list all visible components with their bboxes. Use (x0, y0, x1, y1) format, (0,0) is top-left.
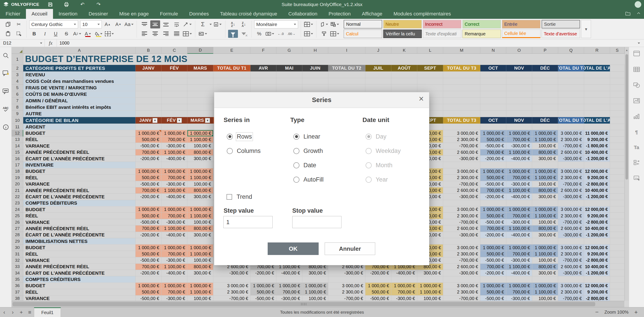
grid-cell[interactable] (136, 98, 162, 104)
grid-cell[interactable] (506, 238, 532, 244)
grid-cell[interactable]: 10 400,00 € (584, 149, 610, 156)
grid-cell[interactable]: -300,00 € (506, 219, 532, 225)
grid-cell[interactable] (136, 85, 162, 91)
grid-cell[interactable] (610, 289, 624, 295)
cut-icon[interactable]: ✂ (14, 20, 24, 29)
grid-cell[interactable]: -200,00 € (480, 232, 506, 238)
row-label[interactable]: ANNÉE PRÉCÉDENTE RÉEL (23, 225, 136, 232)
prev-sheet-icon[interactable]: ‹ (0, 307, 8, 317)
grid-cell[interactable]: 700,00 € (480, 187, 506, 194)
grid-cell[interactable]: -300,00 € (328, 270, 366, 276)
grid-cell[interactable]: 1 000,00 € (188, 206, 213, 213)
grid-cell[interactable] (558, 98, 584, 104)
header-cell[interactable]: OCT (480, 117, 506, 124)
grid-cell[interactable] (506, 162, 532, 168)
row-header-29[interactable]: 29 (12, 238, 23, 244)
grid-cell[interactable] (610, 219, 624, 225)
grid-cell[interactable]: -700,00 € (443, 143, 480, 149)
grid-cell[interactable]: 3 000,00 € (213, 283, 250, 289)
grid-cell[interactable] (532, 91, 558, 98)
grid-cell[interactable] (584, 276, 610, 282)
grid-cell[interactable] (610, 156, 624, 162)
grid-cell[interactable] (610, 98, 624, 104)
header-cell[interactable]: JANV▾ (136, 117, 162, 124)
grid-cell[interactable] (610, 124, 624, 130)
grid-cell[interactable]: 1 000,00 € (136, 206, 162, 213)
vertical-scroll-thumb[interactable] (626, 54, 628, 180)
grid-cell[interactable] (188, 104, 213, 111)
grid-cell[interactable] (610, 264, 624, 270)
grid-cell[interactable] (610, 232, 624, 238)
grid-cell[interactable]: 1 100,00 € (162, 264, 188, 270)
grid-cell[interactable]: 100,00 € (188, 295, 213, 301)
grid-cell[interactable]: -300,00 € (391, 295, 417, 301)
grid-cell[interactable]: -700,00 € (213, 295, 250, 301)
header-label[interactable]: CATÉGORIE PROFITS ET PERTES (23, 65, 136, 72)
grid-cell[interactable]: 700,00 € (506, 213, 532, 219)
row-label[interactable]: VARIANCE (23, 143, 136, 149)
row-header-10[interactable]: 10 (12, 117, 23, 124)
section-label[interactable]: COÛTS DE MAIN-D'ŒUVRE (23, 91, 136, 98)
grid-cell[interactable]: 2 300,00 € (328, 289, 366, 295)
grid-cell[interactable]: -200,00 € (136, 156, 162, 162)
underline-icon[interactable]: U (51, 30, 60, 38)
grid-cell[interactable] (162, 98, 188, 104)
grid-cell[interactable]: 700,00 € (136, 264, 162, 270)
grid-cell[interactable] (443, 238, 480, 244)
grid-cell[interactable] (443, 124, 480, 130)
grid-cell[interactable]: 1 100,00 € (506, 264, 532, 270)
grid-cell[interactable] (417, 72, 443, 78)
grid-cell[interactable] (584, 85, 610, 91)
tab-collaboration[interactable]: Collaboration (283, 9, 323, 19)
grid-cell[interactable]: 2 300,00 € (443, 251, 480, 257)
grid-cell[interactable]: 700,00 € (136, 149, 162, 156)
grid-cell[interactable] (366, 276, 391, 282)
grid-cell[interactable] (610, 206, 624, 213)
grid-cell[interactable]: -2 800,00 € (584, 219, 610, 225)
grid-cell[interactable]: -300,00 € (162, 295, 188, 301)
grid-cell[interactable] (610, 149, 624, 156)
grid-cell[interactable] (391, 85, 417, 91)
grid-cell[interactable] (532, 72, 558, 78)
row-label[interactable]: ANNÉE PRÉCÉDENTE RÉEL (23, 187, 136, 194)
grid-cell[interactable]: 1 100,00 € (188, 289, 213, 295)
cell-style-calcul[interactable]: Calcul (344, 30, 382, 38)
redo-icon[interactable]: ↷ (94, 1, 104, 8)
grid-cell[interactable]: 1 000,00 € (480, 283, 506, 289)
grid-cell[interactable] (610, 72, 624, 78)
grid-cell[interactable]: -300,00 € (506, 295, 532, 301)
grid-cell[interactable]: 1 000,00 € (276, 283, 302, 289)
grid-cell[interactable]: 1 000,00 € (188, 283, 213, 289)
column-header-R[interactable]: R (584, 47, 610, 54)
column-header-N[interactable]: N (480, 47, 506, 54)
grid-cell[interactable]: -300,00 € (558, 194, 584, 200)
grid-cell[interactable] (558, 72, 584, 78)
grid-cell[interactable]: -500,00 € (136, 219, 162, 225)
grid-cell[interactable]: 100,00 € (417, 295, 443, 301)
cell-style-entree[interactable]: Entrée (502, 20, 540, 29)
row-header-23[interactable]: 23 (12, 200, 23, 206)
grid-cell[interactable] (532, 200, 558, 206)
grid-cell[interactable]: -300,00 € (558, 232, 584, 238)
grid-cell[interactable]: -700,00 € (558, 143, 584, 149)
grid-cell[interactable]: 2 300,00 € (558, 175, 584, 181)
grid-cell[interactable] (506, 200, 532, 206)
header-cell[interactable]: JUIL (366, 65, 391, 72)
signature-settings-icon[interactable] (634, 176, 640, 182)
tab-donnees[interactable]: Données (184, 9, 214, 19)
grid-cell[interactable]: -200,00 € (480, 194, 506, 200)
ok-button[interactable]: OK (268, 242, 319, 255)
grid-cell[interactable]: 700,00 € (480, 225, 506, 232)
close-icon[interactable]: × (419, 95, 424, 103)
grid-cell[interactable] (532, 276, 558, 282)
grid-cell[interactable] (610, 251, 624, 257)
grid-cell[interactable] (276, 72, 302, 78)
grid-cell[interactable]: 12 000,00 € (584, 244, 610, 251)
cell-style-normal[interactable]: Normal (344, 20, 382, 29)
fill-down-icon[interactable] (213, 20, 222, 29)
grid-cell[interactable]: 100,00 € (532, 257, 558, 263)
column-header-A[interactable]: A (23, 47, 136, 54)
grid-cell[interactable]: 1 000,00 € (506, 283, 532, 289)
grid-cell[interactable]: 500,00 € (480, 251, 506, 257)
grid-cell[interactable]: 2 300,00 € (558, 137, 584, 143)
